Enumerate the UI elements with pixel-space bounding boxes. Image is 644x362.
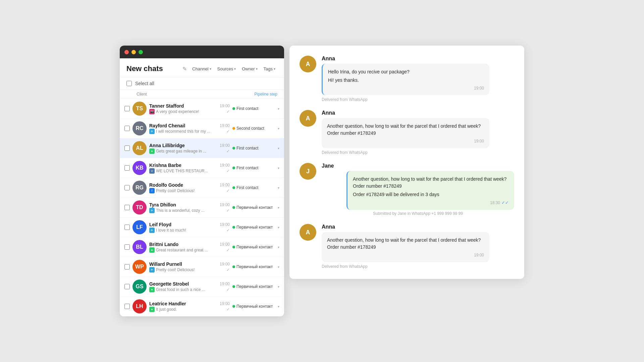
chat-info: Rodolfo Goode 19:00 f Pretty cool! Delic… <box>149 182 230 193</box>
chat-preview: WE LOVE THIS RESTAUR... <box>156 169 225 173</box>
chat-checkbox[interactable] <box>124 145 130 151</box>
message-group: JaneAnother question, how long to wait f… <box>300 163 514 216</box>
chat-time: 19:00 <box>220 222 230 227</box>
owner-filter[interactable]: Owner ▾ <box>240 65 259 73</box>
chat-checkbox[interactable] <box>124 106 130 111</box>
chat-checkbox[interactable] <box>124 205 130 210</box>
select-all-checkbox[interactable] <box>126 81 132 86</box>
chat-row[interactable]: LF Leif Floyd 19:00 ✈ I love it so much!… <box>120 218 284 237</box>
avatar: LH <box>132 299 147 313</box>
chat-row[interactable]: TD Tyra Dhillon 19:00 ✈ This is a wonder… <box>120 198 284 218</box>
chat-checkbox[interactable] <box>124 185 130 190</box>
chat-row[interactable]: WP Willard Purnell 19:00 ✈ Pretty cool! … <box>120 257 284 277</box>
chat-row[interactable]: KB Krishna Barbe 19:00 V WE LOVE THIS RE… <box>120 158 284 178</box>
maximize-button[interactable] <box>139 50 143 54</box>
pipeline-dot <box>232 305 235 308</box>
chat-preview-row: ● Gets great gas mileage in ... ✓ <box>149 148 230 154</box>
chat-row[interactable]: AL Anna Lillibridge 19:00 ● Gets great g… <box>120 138 284 158</box>
channel-filter[interactable]: Channel ▾ <box>190 65 213 73</box>
chat-checkbox[interactable] <box>124 304 130 309</box>
chat-row[interactable]: GS Georgette Strobel 19:00 ● Great food … <box>120 277 284 297</box>
read-icon: ✓ <box>226 169 230 173</box>
chat-row[interactable]: TS Tanner Stafford 19:00 📷 A very good e… <box>120 99 284 119</box>
chevron-icon: ▾ <box>210 67 211 71</box>
pipeline-label: First contact <box>236 185 276 190</box>
chat-info: Krishna Barbe 19:00 V WE LOVE THIS RESTA… <box>149 163 230 174</box>
message-text: Hello Irina, do you recive our package? <box>328 68 484 75</box>
chat-preview-row: ✈ I will recommend this for my ... ✓ <box>149 129 230 134</box>
chat-row[interactable]: RC Rayford Chenail 19:00 ✈ I will recomm… <box>120 119 284 138</box>
chat-info: Tanner Stafford 19:00 📷 A very good expe… <box>149 103 230 114</box>
message-time-row: 19:00 <box>327 253 484 257</box>
pipeline-step[interactable]: Second contact ▾ <box>232 126 279 131</box>
chat-name-row: Krishna Barbe 19:00 <box>149 163 230 168</box>
chat-row[interactable]: LH Leatrice Handler 19:00 ● It just good… <box>120 297 284 316</box>
column-headers: Client Pipeline step <box>120 90 284 99</box>
pipeline-chevron-icon: ▾ <box>278 245 279 249</box>
tags-filter[interactable]: Tags ▾ <box>262 65 277 73</box>
chat-preview-row: ✈ Pretty cool! Delicious! ✓ <box>149 267 230 273</box>
read-icon: ✓ <box>226 267 230 272</box>
telegram-icon: ✈ <box>149 228 155 233</box>
pipeline-label: Second contact <box>236 126 276 131</box>
pipeline-step[interactable]: Первичный контакт ▾ <box>232 264 279 269</box>
chat-checkbox[interactable] <box>124 126 130 131</box>
chat-preview-row: ✈ This is a wonderful, cozy ... ✓ <box>149 208 230 213</box>
pipeline-chevron-icon: ▾ <box>278 206 279 209</box>
chat-preview: I will recommend this for my ... <box>156 129 225 134</box>
message-delivered-label: Delivered from WhatsApp <box>322 150 514 155</box>
chat-info: Brittni Lando 19:00 ● Great restaurant a… <box>149 242 230 253</box>
chat-preview: I love it so much! <box>156 228 225 233</box>
chat-preview-row: f Pretty cool! Delicious! ✓ <box>149 188 230 193</box>
pipeline-step[interactable]: First contact ▾ <box>232 166 279 170</box>
pipeline-chevron-icon: ▾ <box>278 186 279 190</box>
chat-checkbox[interactable] <box>124 225 130 230</box>
chat-name-row: Rayford Chenail 19:00 <box>149 123 230 128</box>
message-avatar: A <box>300 224 316 241</box>
minimize-button[interactable] <box>131 50 136 54</box>
chat-name: Rodolfo Goode <box>149 182 183 188</box>
chat-checkbox[interactable] <box>124 244 130 250</box>
chat-checkbox[interactable] <box>124 165 130 171</box>
pipeline-dot <box>232 186 235 189</box>
chat-preview-row: ✈ I love it so much! ✓ <box>149 228 230 233</box>
chat-row[interactable]: BL Brittni Lando 19:00 ● Great restauran… <box>120 237 284 257</box>
read-icon: ✓ <box>226 208 230 213</box>
edit-icon[interactable]: ✎ <box>182 66 187 72</box>
read-icon: ✓ <box>226 149 230 154</box>
chat-checkbox[interactable] <box>124 284 130 289</box>
chat-preview-row: ● Great restaurant and great ... ✓ <box>149 247 230 253</box>
chat-name: Anna Lillibridge <box>149 143 185 148</box>
pipeline-dot <box>232 167 235 169</box>
chat-time: 19:00 <box>220 202 230 207</box>
pipeline-step[interactable]: Первичный контакт ▾ <box>232 304 279 309</box>
chat-name: Tyra Dhillon <box>149 202 176 207</box>
pipeline-step[interactable]: First contact ▾ <box>232 146 279 150</box>
pipeline-step[interactable]: First contact ▾ <box>232 106 279 111</box>
pipeline-step[interactable]: Первичный контакт ▾ <box>232 284 279 289</box>
pipeline-chevron-icon: ▾ <box>278 127 279 130</box>
chat-row[interactable]: RG Rodolfo Goode 19:00 f Pretty cool! De… <box>120 178 284 198</box>
message-group: AAnnaAnother question, how long to wait … <box>300 110 514 155</box>
pipeline-step[interactable]: First contact ▾ <box>232 185 279 190</box>
chat-preview: It just good. <box>156 307 225 312</box>
chat-window: AAnnaHello Irina, do you recive our pack… <box>289 46 524 279</box>
panel-header: New chats ✎ Channel ▾ Sources ▾ Owner ▾ <box>120 58 284 77</box>
chat-checkbox[interactable] <box>124 264 130 269</box>
pipeline-step[interactable]: Первичный контакт ▾ <box>232 205 279 210</box>
message-content: JaneAnother question, how long to wait f… <box>322 163 514 216</box>
chat-info: Leatrice Handler 19:00 ● It just good. ✓ <box>149 301 230 312</box>
sources-filter[interactable]: Sources ▾ <box>215 65 238 73</box>
read-icon: ✓ <box>226 248 230 252</box>
chat-name-row: Leatrice Handler 19:00 <box>149 301 230 306</box>
whatsapp-icon: ● <box>149 148 155 154</box>
message-submitted-label: Submitted by Jane in WhatsApp +1 999 999… <box>322 211 514 216</box>
chat-list: TS Tanner Stafford 19:00 📷 A very good e… <box>120 99 284 316</box>
chat-info: Georgette Strobel 19:00 ● Great food in … <box>149 281 230 292</box>
message-avatar: A <box>300 110 316 127</box>
pipeline-step[interactable]: Первичный контакт ▾ <box>232 225 279 230</box>
pipeline-step[interactable]: Первичный контакт ▾ <box>232 245 279 249</box>
message-time: 19:00 <box>474 86 484 90</box>
close-button[interactable] <box>124 50 129 54</box>
pipeline-label: First contact <box>236 146 276 150</box>
